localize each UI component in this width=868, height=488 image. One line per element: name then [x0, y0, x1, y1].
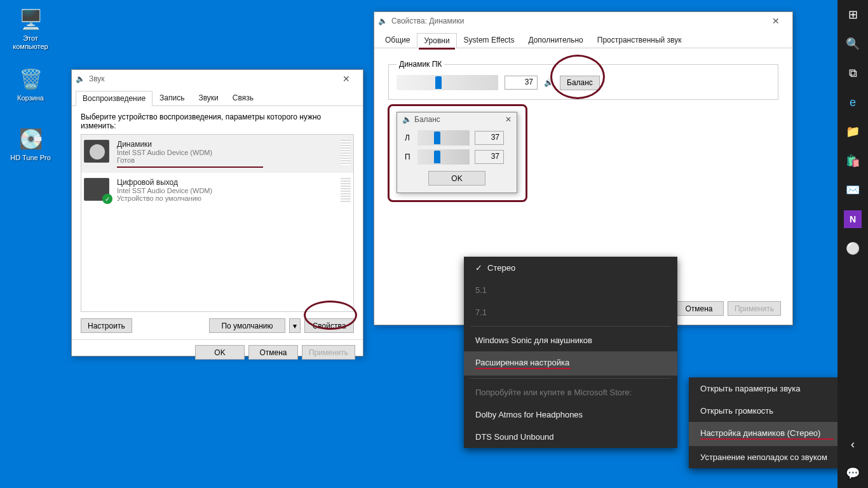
desktop-icon-recycle[interactable]: 🗑️ Корзина: [6, 66, 55, 102]
start-button[interactable]: ⊞: [837, 0, 868, 29]
right-value[interactable]: 37: [475, 150, 504, 164]
tabs: Общие Уровни System Effects Дополнительн…: [374, 30, 792, 48]
window-title: Свойства: Динамики: [391, 17, 464, 25]
left-value[interactable]: 37: [475, 131, 504, 145]
close-button[interactable]: ✕: [505, 115, 512, 124]
menu-item-open-sound-settings[interactable]: Открыть параметры звука: [689, 377, 860, 400]
tab-general[interactable]: Общие: [378, 32, 417, 48]
menu-item-windows-sonic[interactable]: Windows Sonic для наушников: [464, 329, 677, 351]
tab-effects[interactable]: System Effects: [457, 32, 522, 48]
hdtune-icon: 💽: [18, 126, 43, 151]
speaker-icon: 🔈: [76, 74, 85, 83]
level-meter: [341, 178, 351, 203]
mute-icon[interactable]: 🔊: [544, 78, 553, 87]
menu-item-store-hint: Попробуйте или купите в Microsoft Store:: [464, 381, 677, 403]
ok-button[interactable]: OK: [195, 345, 245, 360]
cancel-button[interactable]: Отмена: [674, 301, 724, 316]
search-icon[interactable]: 🔍: [837, 29, 868, 58]
dialog-title: Баланс: [414, 115, 440, 124]
right-label: П: [405, 152, 412, 161]
tab-recording[interactable]: Запись: [153, 90, 191, 105]
properties-button[interactable]: Свойства: [304, 318, 354, 333]
notification-icon[interactable]: 💬: [837, 459, 868, 488]
store-icon[interactable]: 🛍️: [837, 146, 868, 175]
device-status: Готов: [117, 156, 333, 164]
menu-item-troubleshoot[interactable]: Устранение неполадок со звуком: [689, 446, 860, 468]
sound-dialog: 🔈 Звук ✕ Воспроизведение Запись Звуки Св…: [71, 69, 363, 356]
annotation-underline: [419, 48, 454, 50]
device-name: Цифровой выход: [117, 178, 333, 187]
window-title: Звук: [89, 74, 105, 83]
annotation-underline: [700, 438, 834, 440]
device-row-speakers[interactable]: Динамики Intel SST Audio Device (WDM) Го…: [81, 135, 353, 173]
close-button[interactable]: ✕: [763, 16, 789, 26]
menu-item-open-mixer[interactable]: Открыть громкость: [689, 400, 860, 422]
speaker-pc-group: Динамик ПК 37 🔊 Баланс: [388, 60, 778, 100]
icon-label: HD Tune Pro: [6, 154, 55, 162]
device-driver: Intel SST Audio Device (WDM): [117, 187, 333, 194]
apply-button[interactable]: Применить: [728, 301, 781, 316]
device-status: Устройство по умолчанию: [117, 194, 333, 202]
speaker-icon: 🔈: [378, 17, 388, 25]
annotation-underline: [475, 368, 571, 369]
set-default-button[interactable]: По умолчанию: [209, 318, 285, 333]
explorer-icon[interactable]: 📁: [837, 117, 868, 146]
onenote-icon[interactable]: N: [844, 210, 862, 228]
taskbar: ⊞ 🔍 ⧉ e 📁 🛍️ ✉️ N ⚪ ‹ 💬: [837, 0, 868, 488]
device-name: Динамики: [117, 140, 333, 149]
digital-device-icon: ✓: [84, 178, 109, 201]
mail-icon[interactable]: ✉️: [837, 175, 868, 205]
edge-icon[interactable]: e: [837, 88, 868, 117]
menu-item-71: 7.1: [464, 301, 677, 323]
tray-expand-icon[interactable]: ‹: [837, 430, 868, 459]
tab-levels[interactable]: Уровни: [417, 33, 456, 48]
cancel-button[interactable]: Отмена: [248, 345, 298, 360]
titlebar[interactable]: 🔈 Звук ✕: [72, 70, 363, 88]
tab-spatial[interactable]: Пространственный звук: [590, 32, 689, 48]
ok-button[interactable]: OK: [428, 171, 485, 186]
device-row-digital[interactable]: ✓ Цифровой выход Intel SST Audio Device …: [81, 173, 353, 208]
speaker-icon: 🔈: [402, 115, 412, 124]
speaker-device-icon: [84, 140, 109, 163]
menu-item-51: 5.1: [464, 279, 677, 301]
left-label: Л: [405, 133, 412, 142]
computer-icon: 🖥️: [18, 6, 43, 32]
taskview-icon[interactable]: ⧉: [837, 58, 868, 88]
spatial-sound-menu: Стерео 5.1 7.1 Windows Sonic для наушник…: [464, 257, 677, 448]
recycle-bin-icon: 🗑️: [18, 66, 43, 92]
group-legend: Динамик ПК: [397, 60, 444, 69]
volume-value[interactable]: 37: [505, 76, 538, 90]
left-slider[interactable]: [417, 130, 470, 146]
desktop-icon-this-pc[interactable]: 🖥️ Этоткомпьютер: [6, 6, 55, 51]
set-default-dropdown[interactable]: ▾: [289, 318, 301, 333]
volume-slider[interactable]: [397, 75, 498, 90]
right-slider[interactable]: [417, 149, 470, 165]
desktop-icon-hdtune[interactable]: 💽 HD Tune Pro: [6, 126, 55, 162]
icon-label: Корзина: [6, 94, 55, 102]
balance-dialog: 🔈 Баланс ✕ Л 37 П 37 OK: [397, 112, 517, 193]
check-badge-icon: ✓: [102, 194, 112, 204]
tab-advanced[interactable]: Дополнительно: [521, 32, 590, 48]
tray-volume-menu: Открыть параметры звука Открыть громкост…: [689, 377, 860, 468]
prompt-text: Выберите устройство воспроизведения, пар…: [81, 112, 354, 130]
tab-sounds[interactable]: Звуки: [191, 90, 225, 105]
configure-button[interactable]: Настроить: [81, 318, 132, 333]
menu-item-stereo[interactable]: Стерео: [464, 257, 677, 279]
annotation-underline: [117, 166, 263, 168]
menu-item-speaker-setup[interactable]: Настройка динамиков (Стерео): [689, 422, 860, 446]
menu-item-dts[interactable]: DTS Sound Unbound: [464, 426, 677, 448]
menu-item-advanced-setup[interactable]: Расширенная настройка: [464, 351, 677, 376]
device-driver: Intel SST Audio Device (WDM): [117, 149, 333, 156]
tab-playback[interactable]: Воспроизведение: [76, 91, 153, 106]
close-button[interactable]: ✕: [334, 74, 359, 84]
apply-button[interactable]: Применить: [302, 345, 355, 360]
menu-item-dolby[interactable]: Dolby Atmos for Headphones: [464, 403, 677, 426]
tab-comm[interactable]: Связь: [226, 90, 261, 105]
titlebar[interactable]: 🔈 Свойства: Динамики ✕: [374, 12, 792, 30]
tabs: Воспроизведение Запись Звуки Связь: [72, 88, 363, 106]
app-icon[interactable]: ⚪: [837, 234, 868, 263]
icon-label: Этоткомпьютер: [6, 34, 55, 51]
balance-button[interactable]: Баланс: [560, 76, 600, 90]
separator: [470, 378, 671, 379]
separator: [470, 326, 671, 327]
